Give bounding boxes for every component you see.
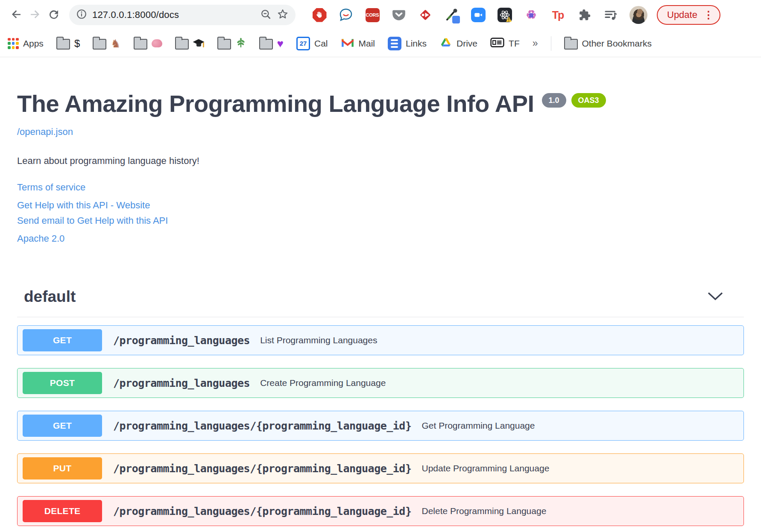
update-button[interactable]: Update ⋮ (657, 5, 720, 25)
recycle-extension-icon[interactable]: ♻ (524, 7, 539, 23)
url-bar[interactable]: 127.0.0.1:8000/docs (69, 5, 296, 25)
method-badge: PUT (23, 457, 102, 479)
links-label: Links (406, 38, 427, 49)
zoom-camera-icon (471, 8, 486, 22)
bookmark-folder-carousel[interactable]: ♞ (93, 38, 120, 50)
tp-extension-icon[interactable]: Tp (550, 7, 565, 23)
pocket-extension-icon[interactable] (391, 7, 407, 23)
endpoint-summary: Get Programming Language (421, 421, 535, 431)
folder-icon (175, 39, 189, 50)
gmail-icon (341, 37, 354, 50)
endpoint-summary: Delete Programming Language (421, 506, 546, 516)
endpoint-path: /programming_languages (113, 377, 250, 389)
other-bookmarks-label: Other Bookmarks (582, 38, 652, 49)
bookmark-folder-education[interactable] (175, 38, 205, 50)
react-atom-icon (498, 8, 512, 22)
bookmark-folder-favorites[interactable]: ♥ (259, 38, 284, 50)
endpoint-row-post-create[interactable]: POST /programming_languages Create Progr… (17, 368, 744, 398)
folder-icon (56, 39, 70, 50)
folder-icon (217, 39, 231, 50)
extensions-puzzle-icon[interactable] (577, 7, 592, 23)
react-devtools-extension-icon[interactable] (497, 7, 512, 23)
collapse-section-button[interactable] (707, 292, 723, 302)
bookmark-drive[interactable]: Drive (439, 37, 477, 50)
red-diamond-extension-icon[interactable] (418, 7, 433, 23)
forward-icon (29, 8, 41, 22)
endpoint-row-delete[interactable]: DELETE /programming_languages/{programmi… (17, 496, 744, 526)
browser-toolbar: 127.0.0.1:8000/docs CORS (0, 0, 761, 30)
apps-grid-icon (8, 38, 19, 49)
graduation-cap-icon (193, 39, 205, 48)
back-button[interactable] (7, 6, 26, 24)
bookmark-links[interactable]: Links (388, 37, 427, 50)
folder-icon (564, 39, 578, 50)
zoom-extension-icon[interactable] (471, 7, 486, 23)
purple-heart-icon: ♥ (277, 38, 284, 49)
tf-label: TF (509, 38, 520, 49)
carousel-horse-icon: ♞ (111, 38, 120, 49)
folder-icon (134, 39, 147, 50)
bookmark-other-bookmarks[interactable]: Other Bookmarks (564, 38, 652, 50)
links-icon (388, 37, 401, 50)
bookmark-tf[interactable]: TF (490, 37, 520, 50)
color-picker-extension-icon[interactable] (444, 7, 460, 23)
brain-icon (152, 39, 162, 47)
endpoint-path: /programming_languages (113, 334, 250, 347)
method-badge: DELETE (23, 500, 102, 522)
chat-bubble-extension-icon[interactable] (338, 7, 354, 23)
calendar-icon: 27 (296, 37, 310, 50)
tag-section-header[interactable]: default (17, 288, 744, 317)
blue-swatch (452, 16, 460, 23)
version-badge: 1.0 (542, 93, 566, 108)
tp-label: Tp (552, 9, 564, 21)
bookmark-mail[interactable]: Mail (341, 37, 375, 50)
chevron-down-icon (707, 292, 723, 302)
page-info-icon[interactable] (76, 9, 87, 21)
forward-button[interactable] (26, 6, 44, 24)
profile-avatar[interactable] (629, 6, 647, 24)
license-link[interactable]: Apache 2.0 (17, 233, 744, 244)
bookmark-calendar[interactable]: 27 Cal (296, 37, 328, 50)
operations-list: GET /programming_languages List Programm… (17, 325, 744, 526)
help-website-link[interactable]: Get Help with this API - Website (17, 200, 744, 211)
browser-menu-kebab-icon[interactable]: ⋮ (703, 9, 714, 21)
endpoint-summary: Create Programming Language (260, 378, 386, 388)
cors-label: CORS (366, 8, 380, 22)
reload-button[interactable] (44, 6, 63, 24)
apps-label: Apps (23, 38, 44, 49)
cors-extension-icon[interactable]: CORS (365, 7, 380, 23)
method-badge: GET (23, 329, 102, 351)
folder-icon (259, 39, 273, 50)
openapi-json-link[interactable]: /openapi.json (17, 126, 73, 137)
dollar-icon: $ (74, 38, 80, 50)
title-row: The Amazing Programming Language Info AP… (17, 91, 744, 117)
api-description: Learn about programming language history… (17, 155, 744, 167)
endpoint-path: /programming_languages/{programming_lang… (113, 420, 411, 432)
extensions-row: CORS ♻ (312, 7, 618, 23)
bookmark-apps[interactable]: Apps (8, 38, 44, 49)
terms-of-service-link[interactable]: Terms of service (17, 182, 744, 193)
bookmark-star-icon[interactable] (277, 8, 289, 22)
stop-hand-extension-icon[interactable] (312, 7, 327, 23)
mail-label: Mail (359, 38, 375, 49)
zoom-out-icon[interactable] (260, 9, 272, 22)
drive-icon (439, 37, 452, 50)
bookmark-folder-herb[interactable] (217, 37, 246, 50)
help-email-link[interactable]: Send email to Get Help with this API (17, 215, 744, 226)
page-title: The Amazing Programming Language Info AP… (17, 91, 534, 117)
url-text[interactable]: 127.0.0.1:8000/docs (92, 9, 255, 20)
endpoint-summary: List Programming Languages (260, 335, 377, 345)
api-links: Terms of service Get Help with this API … (17, 182, 744, 244)
title-badges: 1.0 OAS3 (542, 93, 606, 108)
browser-window: 127.0.0.1:8000/docs CORS (0, 0, 761, 526)
swagger-page: The Amazing Programming Language Info AP… (0, 57, 761, 526)
playlist-extension-icon[interactable] (603, 7, 618, 23)
endpoint-row-get-one[interactable]: GET /programming_languages/{programming_… (17, 411, 744, 441)
bookmark-folder-brain[interactable] (134, 38, 162, 50)
tag-section-title: default (24, 288, 76, 306)
bookmark-folder-finance[interactable]: $ (56, 38, 80, 50)
endpoint-row-put-update[interactable]: PUT /programming_languages/{programming_… (17, 453, 744, 483)
bookmarks-overflow-chevron[interactable]: » (533, 38, 538, 49)
endpoint-path: /programming_languages/{programming_lang… (113, 505, 411, 517)
endpoint-row-get-list[interactable]: GET /programming_languages List Programm… (17, 325, 744, 355)
